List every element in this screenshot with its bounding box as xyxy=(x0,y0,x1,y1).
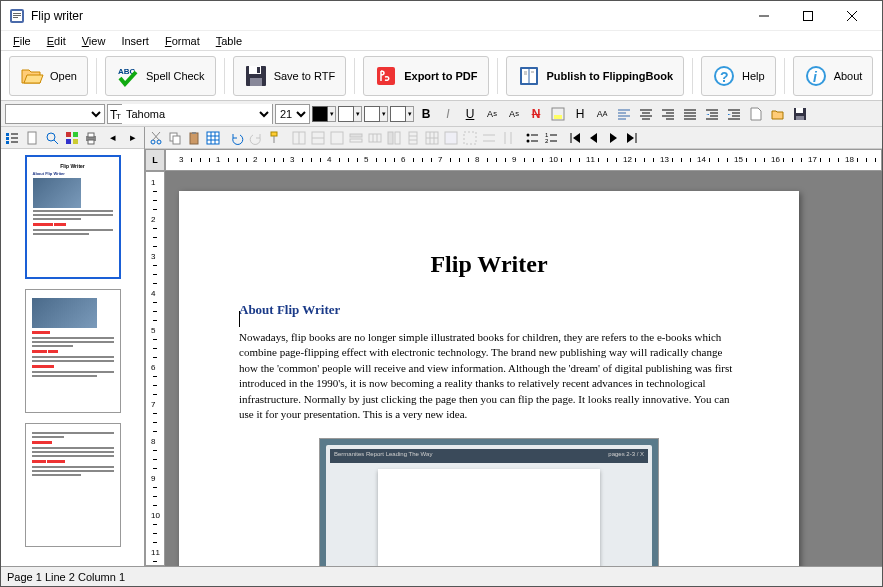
clear-format-button[interactable]: H xyxy=(570,104,590,124)
menu-view[interactable]: View xyxy=(74,33,114,49)
indent-right-button[interactable] xyxy=(724,104,744,124)
menu-edit[interactable]: Edit xyxy=(39,33,74,49)
ruler-row: L 3123456789101112131415161718 xyxy=(145,149,882,171)
table-icon-2[interactable] xyxy=(309,129,327,147)
font-select[interactable]: Tahoma xyxy=(122,104,272,124)
document-page[interactable]: Flip Writer About Flip Writer Nowadays, … xyxy=(179,191,799,566)
save-rtf-button[interactable]: Save to RTF xyxy=(233,56,347,96)
superscript-button[interactable]: As xyxy=(482,104,502,124)
table-icon-9[interactable] xyxy=(442,129,460,147)
thumbnail-page-2[interactable] xyxy=(25,289,121,413)
spellcheck-button[interactable]: ABC Spell Check xyxy=(105,56,216,96)
align-right-button[interactable] xyxy=(658,104,678,124)
thumb-list-icon[interactable] xyxy=(3,129,21,147)
publish-button[interactable]: Publish to FlippingBook xyxy=(506,56,684,96)
svg-text:2: 2 xyxy=(545,138,549,144)
svg-rect-94 xyxy=(350,134,362,137)
table-icon-3[interactable] xyxy=(328,129,346,147)
style-select[interactable] xyxy=(5,104,105,124)
horizontal-ruler[interactable]: 3123456789101112131415161718 xyxy=(165,149,882,171)
size-select[interactable]: 21 xyxy=(275,104,310,124)
undo-icon[interactable] xyxy=(228,129,246,147)
case-button[interactable]: AA xyxy=(592,104,612,124)
new-doc-button[interactable] xyxy=(746,104,766,124)
align-justify-button[interactable] xyxy=(680,104,700,124)
vertical-ruler[interactable]: 1234567891011121314 xyxy=(145,171,165,566)
table-icon-4[interactable] xyxy=(347,129,365,147)
svg-rect-108 xyxy=(445,132,457,144)
separator xyxy=(497,58,498,94)
table-icon-1[interactable] xyxy=(290,129,308,147)
thumb-grid-icon[interactable] xyxy=(63,129,81,147)
ruler-corner[interactable]: L xyxy=(145,149,165,171)
table-icon-10[interactable] xyxy=(461,129,479,147)
svg-rect-30 xyxy=(554,115,562,119)
save-rtf-label: Save to RTF xyxy=(274,70,336,82)
table-icon-6[interactable] xyxy=(385,129,403,147)
align-center-button[interactable] xyxy=(636,104,656,124)
align-left-button[interactable] xyxy=(614,104,634,124)
menu-insert[interactable]: Insert xyxy=(113,33,157,49)
thumb-print-icon[interactable] xyxy=(82,129,100,147)
thumb-page-icon[interactable] xyxy=(23,129,41,147)
export-pdf-button[interactable]: Export to PDF xyxy=(363,56,488,96)
thumb-nav-left-icon[interactable]: ◂ xyxy=(104,129,122,147)
thumb-zoom-icon[interactable] xyxy=(43,129,61,147)
minimize-button[interactable] xyxy=(742,2,786,30)
cut-icon[interactable] xyxy=(147,129,165,147)
close-button[interactable] xyxy=(830,2,874,30)
numbering-icon[interactable]: 12 xyxy=(542,129,560,147)
open-button[interactable]: Open xyxy=(9,56,88,96)
table-icon-12[interactable] xyxy=(499,129,517,147)
open-doc-button[interactable] xyxy=(768,104,788,124)
nav-prev-icon[interactable] xyxy=(585,129,603,147)
text-color-picker[interactable]: ▾ xyxy=(312,106,336,122)
table-icon-11[interactable] xyxy=(480,129,498,147)
bg-color-picker-1[interactable]: ▾ xyxy=(338,106,362,122)
table-icon-8[interactable] xyxy=(423,129,441,147)
menu-table[interactable]: Table xyxy=(208,33,250,49)
copy-icon[interactable] xyxy=(166,129,184,147)
menu-format[interactable]: Format xyxy=(157,33,208,49)
thumbnails-panel: ◂ ▸ Flip Writer About Flip Writer xyxy=(1,127,145,566)
table-icon-7[interactable] xyxy=(404,129,422,147)
italic-button[interactable]: I xyxy=(438,104,458,124)
table-insert-icon[interactable] xyxy=(204,129,222,147)
about-button[interactable]: i About xyxy=(793,56,874,96)
indent-left-button[interactable] xyxy=(702,104,722,124)
spellcheck-label: Spell Check xyxy=(146,70,205,82)
menu-file[interactable]: File xyxy=(5,33,39,49)
help-button[interactable]: ? Help xyxy=(701,56,776,96)
spellcheck-icon: ABC xyxy=(116,64,140,88)
thumb-nav-right-icon[interactable]: ▸ xyxy=(124,129,142,147)
about-label: About xyxy=(834,70,863,82)
strikeout-button[interactable]: N xyxy=(526,104,546,124)
bg-color-picker-2[interactable]: ▾ xyxy=(364,106,388,122)
nav-last-icon[interactable] xyxy=(623,129,641,147)
separator xyxy=(354,58,355,94)
thumbnail-page-1[interactable]: Flip Writer About Flip Writer xyxy=(25,155,121,279)
svg-rect-67 xyxy=(66,132,71,137)
nav-next-icon[interactable] xyxy=(604,129,622,147)
thumbnail-page-3[interactable] xyxy=(25,423,121,547)
redo-icon[interactable] xyxy=(247,129,265,147)
underline-button[interactable]: U xyxy=(460,104,480,124)
bold-button[interactable]: B xyxy=(416,104,436,124)
subscript-button[interactable]: As xyxy=(504,104,524,124)
maximize-button[interactable] xyxy=(786,2,830,30)
thumbnails-list[interactable]: Flip Writer About Flip Writer xyxy=(1,149,144,566)
svg-rect-58 xyxy=(6,133,9,136)
table-icon-5[interactable] xyxy=(366,129,384,147)
page-scroll[interactable]: Flip Writer About Flip Writer Nowadays, … xyxy=(165,171,882,566)
format-paint-icon[interactable] xyxy=(266,129,284,147)
bg-color-picker-3[interactable]: ▾ xyxy=(390,106,414,122)
floppy-icon xyxy=(244,64,268,88)
save-doc-button[interactable] xyxy=(790,104,810,124)
svg-point-74 xyxy=(151,140,155,144)
paste-icon[interactable] xyxy=(185,129,203,147)
svg-rect-57 xyxy=(796,116,804,120)
nav-first-icon[interactable] xyxy=(566,129,584,147)
highlight-button[interactable] xyxy=(548,104,568,124)
bullets-icon[interactable] xyxy=(523,129,541,147)
editor-body: 1234567891011121314 Flip Writer About Fl… xyxy=(145,171,882,566)
